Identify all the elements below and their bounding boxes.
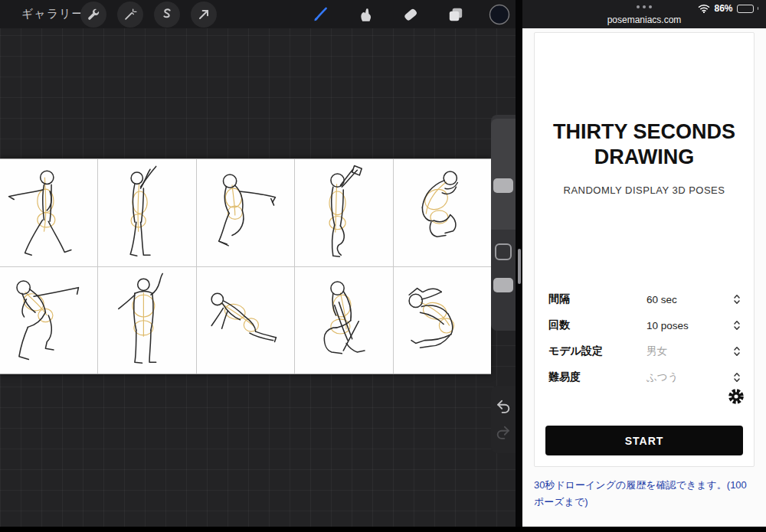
brush-tool-button[interactable] (307, 2, 333, 28)
home-indicator-bar (0, 527, 766, 532)
pose-sketch (295, 159, 392, 266)
procreate-app: ギャラリー (0, 0, 516, 532)
layers-button[interactable] (443, 2, 469, 28)
eraser-icon (401, 5, 420, 24)
browser-header: 86% posemaniacs.com (522, 0, 766, 28)
layers-icon (447, 5, 465, 24)
opacity-slider[interactable] (493, 278, 513, 292)
setting-label: 回数 (548, 318, 570, 332)
battery-icon (737, 5, 754, 13)
undo-icon (495, 398, 512, 415)
setting-row-count: 回数 10 poses (548, 312, 743, 338)
selection-button[interactable] (154, 2, 180, 28)
brush-sidebar (491, 115, 516, 331)
gear-icon (728, 388, 745, 405)
smudge-finger-icon (356, 5, 375, 24)
wrench-icon (86, 7, 101, 22)
setting-row-difficulty: 難易度 ふつう (548, 364, 743, 390)
drawing-canvas[interactable] (0, 158, 491, 374)
redo-button[interactable] (495, 424, 512, 441)
setting-label: 間隔 (548, 292, 570, 306)
pose-sketch (197, 267, 294, 374)
status-bar: 86% (698, 3, 758, 14)
pose-settings-card: THIRTY SECONDS DRAWING RANDOMLY DISPLAY … (534, 32, 755, 467)
procreate-toolbar: ギャラリー (0, 0, 516, 28)
advanced-settings-button[interactable] (728, 388, 745, 405)
page-subtitle: RANDOMLY DISPLAY 3D POSES (542, 184, 746, 196)
chevron-updown-icon[interactable] (732, 294, 741, 308)
history-panel (491, 386, 516, 453)
pose-sketch (98, 159, 195, 266)
eraser-tool-button[interactable] (398, 2, 424, 28)
pose-sketch (0, 159, 97, 266)
paint-brush-icon (311, 5, 329, 24)
pose-sketch (295, 267, 392, 374)
pose-sketch (197, 159, 294, 266)
gallery-button[interactable]: ギャラリー (21, 7, 83, 21)
transform-button[interactable] (191, 2, 217, 28)
setting-label: 難易度 (548, 370, 581, 384)
pose-count-select[interactable]: 10 poses (647, 320, 689, 331)
magic-wand-icon (123, 7, 138, 22)
interval-select[interactable]: 60 sec (647, 294, 677, 305)
modify-button[interactable] (495, 243, 512, 260)
transform-arrow-icon (196, 7, 211, 22)
setting-row-interval: 間隔 60 sec (548, 286, 743, 312)
page-title: THIRTY SECONDS DRAWING (542, 119, 746, 170)
setting-row-model: モデル設定 男女 (548, 338, 743, 364)
model-select[interactable]: 男女 (647, 344, 667, 358)
color-circle-icon (489, 4, 510, 25)
brush-size-slider[interactable] (493, 178, 513, 193)
battery-percent: 86% (714, 3, 732, 14)
pose-sketch (394, 159, 491, 266)
history-link[interactable]: 30秒ドローイングの履歴を確認できます。(100ポーズまで) (534, 477, 752, 511)
chevron-updown-icon[interactable] (732, 372, 741, 386)
pose-sketch (98, 267, 195, 374)
pose-sketch (0, 267, 97, 374)
difficulty-select[interactable]: ふつう (647, 370, 678, 384)
start-button[interactable]: START (545, 426, 743, 455)
chevron-updown-icon[interactable] (732, 320, 741, 334)
battery-nub (758, 7, 759, 10)
settings-list: 間隔 60 sec 回数 10 poses モデル設定 男女 (548, 286, 743, 390)
selection-s-icon (159, 7, 175, 22)
smudge-tool-button[interactable] (352, 2, 378, 28)
chevron-updown-icon[interactable] (732, 346, 741, 360)
setting-label: モデル設定 (548, 344, 603, 358)
pose-sketch (394, 267, 491, 374)
window-controls-dots[interactable] (637, 5, 652, 8)
actions-button[interactable] (80, 2, 106, 28)
redo-icon (495, 424, 512, 441)
split-view-drag-handle[interactable] (518, 249, 521, 284)
adjustments-button[interactable] (117, 2, 143, 28)
color-swatch-button[interactable] (486, 2, 512, 28)
site-address[interactable]: posemaniacs.com (522, 15, 766, 25)
safari-panel: 86% posemaniacs.com THIRTY SECONDS DRAWI… (522, 0, 766, 532)
wifi-icon (698, 4, 710, 13)
undo-button[interactable] (495, 398, 512, 415)
brush-size-track[interactable] (491, 119, 516, 230)
